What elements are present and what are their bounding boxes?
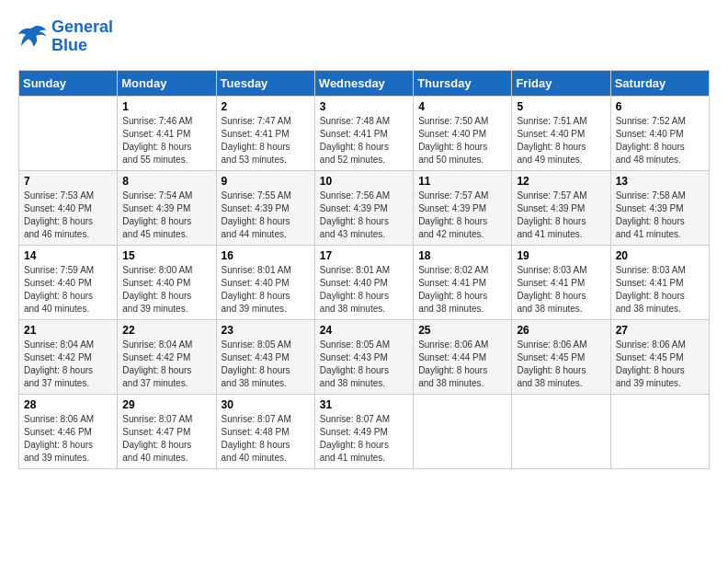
- calendar-cell: 23Sunrise: 8:05 AM Sunset: 4:43 PM Dayli…: [216, 319, 314, 394]
- day-number: 29: [122, 398, 210, 411]
- calendar-cell: 31Sunrise: 8:07 AM Sunset: 4:49 PM Dayli…: [314, 394, 413, 468]
- day-number: 19: [517, 249, 605, 262]
- day-number: 15: [122, 249, 210, 262]
- calendar-week-row: 1Sunrise: 7:46 AM Sunset: 4:41 PM Daylig…: [19, 96, 710, 170]
- day-info: Sunrise: 7:53 AM Sunset: 4:40 PM Dayligh…: [24, 190, 112, 241]
- calendar-cell: 2Sunrise: 7:47 AM Sunset: 4:41 PM Daylig…: [216, 96, 314, 170]
- logo-text: General Blue: [51, 18, 113, 55]
- calendar-cell: 6Sunrise: 7:52 AM Sunset: 4:40 PM Daylig…: [610, 96, 709, 170]
- day-info: Sunrise: 8:02 AM Sunset: 4:41 PM Dayligh…: [418, 264, 506, 316]
- calendar-cell: 30Sunrise: 8:07 AM Sunset: 4:48 PM Dayli…: [216, 394, 314, 468]
- day-number: 9: [222, 175, 310, 188]
- calendar-cell: 12Sunrise: 7:57 AM Sunset: 4:39 PM Dayli…: [512, 170, 610, 245]
- day-number: 7: [24, 175, 112, 188]
- calendar-cell: 15Sunrise: 8:00 AM Sunset: 4:40 PM Dayli…: [118, 245, 216, 319]
- day-info: Sunrise: 8:01 AM Sunset: 4:40 PM Dayligh…: [320, 264, 408, 316]
- day-info: Sunrise: 8:07 AM Sunset: 4:49 PM Dayligh…: [320, 413, 408, 465]
- day-info: Sunrise: 7:57 AM Sunset: 4:39 PM Dayligh…: [418, 190, 506, 241]
- day-info: Sunrise: 7:46 AM Sunset: 4:41 PM Dayligh…: [122, 115, 210, 167]
- day-number: 24: [320, 324, 408, 337]
- calendar-cell: 17Sunrise: 8:01 AM Sunset: 4:40 PM Dayli…: [314, 245, 413, 319]
- day-info: Sunrise: 8:04 AM Sunset: 4:42 PM Dayligh…: [122, 339, 210, 390]
- day-number: 12: [517, 175, 605, 188]
- day-number: 13: [616, 175, 704, 188]
- day-number: 8: [122, 175, 210, 188]
- day-number: 5: [517, 100, 605, 113]
- calendar-week-row: 21Sunrise: 8:04 AM Sunset: 4:42 PM Dayli…: [19, 319, 710, 394]
- day-info: Sunrise: 8:03 AM Sunset: 4:41 PM Dayligh…: [616, 264, 704, 316]
- calendar-cell: 7Sunrise: 7:53 AM Sunset: 4:40 PM Daylig…: [19, 170, 118, 245]
- day-number: 6: [616, 100, 704, 113]
- calendar-cell: 25Sunrise: 8:06 AM Sunset: 4:44 PM Dayli…: [414, 319, 512, 394]
- day-info: Sunrise: 7:50 AM Sunset: 4:40 PM Dayligh…: [418, 115, 506, 167]
- weekday-header: Saturday: [610, 70, 709, 96]
- weekday-header: Sunday: [19, 70, 118, 96]
- day-number: 31: [320, 398, 408, 411]
- day-info: Sunrise: 8:01 AM Sunset: 4:40 PM Dayligh…: [222, 264, 310, 316]
- calendar-cell: 13Sunrise: 7:58 AM Sunset: 4:39 PM Dayli…: [610, 170, 709, 245]
- day-number: 18: [418, 249, 506, 262]
- day-info: Sunrise: 7:47 AM Sunset: 4:41 PM Dayligh…: [222, 115, 310, 167]
- day-number: 14: [24, 249, 112, 262]
- day-number: 3: [320, 100, 408, 113]
- day-info: Sunrise: 7:51 AM Sunset: 4:40 PM Dayligh…: [517, 115, 605, 167]
- day-number: 27: [616, 324, 704, 337]
- day-info: Sunrise: 7:59 AM Sunset: 4:40 PM Dayligh…: [24, 264, 112, 316]
- day-number: 23: [222, 324, 310, 337]
- calendar-cell: [19, 96, 118, 170]
- day-info: Sunrise: 8:07 AM Sunset: 4:47 PM Dayligh…: [122, 413, 210, 465]
- calendar-header-row: SundayMondayTuesdayWednesdayThursdayFrid…: [19, 70, 710, 96]
- calendar-table: SundayMondayTuesdayWednesdayThursdayFrid…: [18, 70, 710, 469]
- day-number: 1: [122, 100, 210, 113]
- day-number: 11: [418, 175, 506, 188]
- calendar-cell: 9Sunrise: 7:55 AM Sunset: 4:39 PM Daylig…: [216, 170, 314, 245]
- calendar-cell: 24Sunrise: 8:05 AM Sunset: 4:43 PM Dayli…: [314, 319, 413, 394]
- day-number: 28: [24, 398, 112, 411]
- day-number: 26: [517, 324, 605, 337]
- day-info: Sunrise: 8:07 AM Sunset: 4:48 PM Dayligh…: [222, 413, 310, 465]
- weekday-header: Monday: [118, 70, 216, 96]
- day-number: 2: [222, 100, 310, 113]
- calendar-cell: 28Sunrise: 8:06 AM Sunset: 4:46 PM Dayli…: [19, 394, 118, 468]
- day-info: Sunrise: 8:05 AM Sunset: 4:43 PM Dayligh…: [222, 339, 310, 390]
- day-number: 30: [222, 398, 310, 411]
- day-info: Sunrise: 8:06 AM Sunset: 4:46 PM Dayligh…: [24, 413, 112, 465]
- weekday-header: Thursday: [414, 70, 512, 96]
- day-number: 4: [418, 100, 506, 113]
- page-header: General Blue: [18, 18, 710, 55]
- calendar-cell: 1Sunrise: 7:46 AM Sunset: 4:41 PM Daylig…: [118, 96, 216, 170]
- calendar-cell: 10Sunrise: 7:56 AM Sunset: 4:39 PM Dayli…: [314, 170, 413, 245]
- calendar-cell: [414, 394, 512, 468]
- day-info: Sunrise: 7:54 AM Sunset: 4:39 PM Dayligh…: [122, 190, 210, 241]
- day-info: Sunrise: 7:52 AM Sunset: 4:40 PM Dayligh…: [616, 115, 704, 167]
- day-number: 10: [320, 175, 408, 188]
- calendar-cell: 19Sunrise: 8:03 AM Sunset: 4:41 PM Dayli…: [512, 245, 610, 319]
- day-number: 16: [222, 249, 310, 262]
- calendar-cell: 21Sunrise: 8:04 AM Sunset: 4:42 PM Dayli…: [19, 319, 118, 394]
- day-info: Sunrise: 8:06 AM Sunset: 4:45 PM Dayligh…: [616, 339, 704, 390]
- day-info: Sunrise: 8:03 AM Sunset: 4:41 PM Dayligh…: [517, 264, 605, 316]
- day-info: Sunrise: 8:04 AM Sunset: 4:42 PM Dayligh…: [24, 339, 112, 390]
- day-number: 22: [122, 324, 210, 337]
- calendar-cell: 4Sunrise: 7:50 AM Sunset: 4:40 PM Daylig…: [414, 96, 512, 170]
- logo-icon: [18, 24, 48, 50]
- calendar-cell: 20Sunrise: 8:03 AM Sunset: 4:41 PM Dayli…: [610, 245, 709, 319]
- day-info: Sunrise: 7:56 AM Sunset: 4:39 PM Dayligh…: [320, 190, 408, 241]
- day-number: 21: [24, 324, 112, 337]
- logo: General Blue: [18, 18, 113, 55]
- weekday-header: Friday: [512, 70, 610, 96]
- calendar-cell: 29Sunrise: 8:07 AM Sunset: 4:47 PM Dayli…: [118, 394, 216, 468]
- day-info: Sunrise: 8:06 AM Sunset: 4:45 PM Dayligh…: [517, 339, 605, 390]
- day-number: 20: [616, 249, 704, 262]
- calendar-week-row: 28Sunrise: 8:06 AM Sunset: 4:46 PM Dayli…: [19, 394, 710, 468]
- calendar-cell: 16Sunrise: 8:01 AM Sunset: 4:40 PM Dayli…: [216, 245, 314, 319]
- day-number: 17: [320, 249, 408, 262]
- calendar-cell: 18Sunrise: 8:02 AM Sunset: 4:41 PM Dayli…: [414, 245, 512, 319]
- calendar-cell: 27Sunrise: 8:06 AM Sunset: 4:45 PM Dayli…: [610, 319, 709, 394]
- calendar-week-row: 7Sunrise: 7:53 AM Sunset: 4:40 PM Daylig…: [19, 170, 710, 245]
- weekday-header: Wednesday: [314, 70, 413, 96]
- calendar-cell: [610, 394, 709, 468]
- calendar-cell: 14Sunrise: 7:59 AM Sunset: 4:40 PM Dayli…: [19, 245, 118, 319]
- day-info: Sunrise: 7:57 AM Sunset: 4:39 PM Dayligh…: [517, 190, 605, 241]
- calendar-cell: [512, 394, 610, 468]
